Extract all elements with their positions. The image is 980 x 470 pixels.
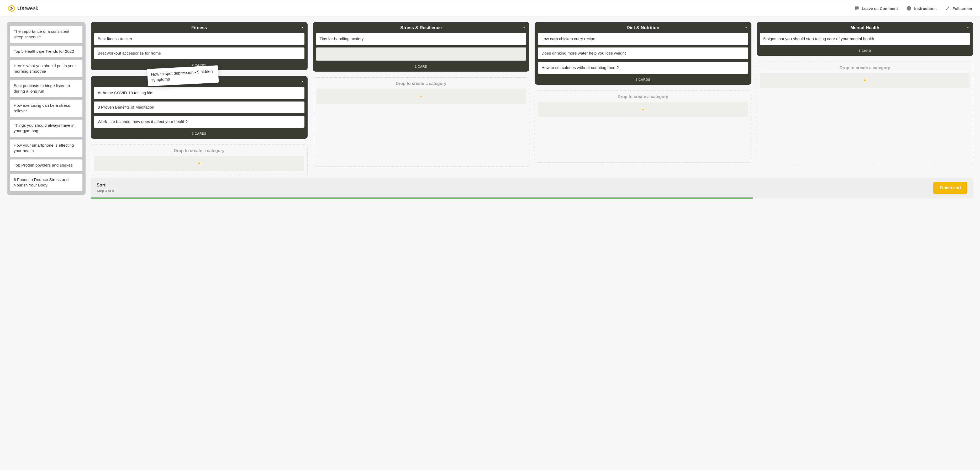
collapse-icon[interactable] [523, 26, 526, 29]
category-header[interactable]: Stress & Resilience [313, 22, 530, 33]
card[interactable]: Does drinking more water help you lose w… [538, 48, 748, 59]
comment-icon [854, 6, 859, 11]
collapse-icon[interactable] [301, 26, 304, 29]
unsorted-card[interactable]: 6 Foods to Reduce Stress and Nourish You… [10, 174, 83, 191]
category-header[interactable]: Fitness [91, 22, 308, 33]
column: Mental Health 5 signs that you should st… [757, 22, 974, 164]
card[interactable]: Tips for handling anxiety [316, 33, 527, 45]
category-count: 3 CARDS [91, 130, 308, 137]
card[interactable]: Low carb chicken curry recipe [538, 33, 748, 45]
leave-comment-label: Leave us Comment [862, 6, 898, 11]
unsorted-card[interactable]: How exercising can be a stress reliever [10, 100, 83, 117]
unsorted-card[interactable]: The importance of a consistent sleep sch… [10, 26, 83, 43]
category-stress-resilience[interactable]: Stress & Resilience Tips for handling an… [313, 22, 530, 71]
category-diet-nutrition[interactable]: Diet & Nutrition Low carb chicken curry … [535, 22, 751, 85]
category-cards: At-home COVID-19 testing kits 8 Proven B… [91, 87, 308, 130]
app-header: UXtweak Leave us Comment Instructions Fu… [0, 0, 980, 17]
svg-rect-2 [908, 8, 909, 10]
category-fitness[interactable]: Fitness Best fitness tracker Best workou… [91, 22, 308, 70]
category-count: 1 CARD [757, 48, 974, 54]
card-drop-placeholder[interactable] [316, 48, 527, 60]
category-header[interactable]: Mental Health [757, 22, 974, 33]
unsorted-card[interactable]: Best podcasts to binge listen to during … [10, 80, 83, 97]
card[interactable]: 8 Proven Benefits of Meditation [94, 102, 304, 113]
card[interactable]: At-home COVID-19 testing kits [94, 87, 304, 99]
arrow-down-icon [197, 161, 201, 165]
instructions-label: Instructions [914, 6, 937, 11]
progress-bar: Sort Step 3 of 4 Finish sort [91, 178, 973, 198]
unsorted-card[interactable]: Top Protein powders and shakes [10, 159, 83, 171]
arrow-down-icon [419, 94, 423, 98]
create-category-dropzone[interactable]: Drop to create a category [757, 62, 974, 164]
arrow-down-icon [863, 78, 867, 83]
fullscreen-button[interactable]: Fullscreen [945, 6, 972, 11]
unsorted-cards-panel: The importance of a consistent sleep sch… [7, 22, 86, 195]
dropzone-label: Drop to create a category [94, 148, 304, 153]
card[interactable]: How to cut calories without counting the… [538, 62, 748, 74]
collapse-icon[interactable] [966, 26, 969, 29]
column: Stress & Resilience Tips for handling an… [313, 22, 530, 167]
create-category-dropzone[interactable]: Drop to create a category [91, 144, 308, 176]
logo-text: UXtweak [18, 5, 38, 11]
dropzone-label: Drop to create a category [316, 81, 526, 86]
column: Fitness Best fitness tracker Best workou… [91, 22, 308, 176]
card[interactable]: 5 signs that you should start taking car… [760, 33, 970, 45]
app-logo: UXtweak [8, 5, 38, 12]
dropzone-target[interactable] [538, 102, 748, 117]
collapse-icon[interactable] [301, 80, 304, 83]
dropzone-target[interactable] [94, 156, 304, 171]
category-cards: Low carb chicken curry recipe Does drink… [535, 33, 751, 76]
step-indicator: Step 3 of 4 [97, 189, 114, 193]
fullscreen-icon [945, 6, 950, 11]
card[interactable]: Work-Life balance: how does it affect yo… [94, 116, 304, 128]
svg-marker-0 [9, 5, 14, 12]
leave-comment-button[interactable]: Leave us Comment [854, 6, 898, 11]
collapse-icon[interactable] [745, 26, 748, 29]
header-actions: Leave us Comment Instructions Fullscreen [854, 6, 972, 11]
unsorted-card[interactable]: Things you should always have in your gy… [10, 120, 83, 137]
create-category-dropzone[interactable]: Drop to create a category [535, 91, 751, 163]
unsorted-card[interactable]: Here's what you should put in your morni… [10, 60, 83, 77]
unsorted-card[interactable]: Top 5 Healthcare Trends for 2022 [10, 46, 83, 57]
fullscreen-label: Fullscreen [953, 6, 972, 11]
card[interactable]: Best fitness tracker [94, 33, 304, 45]
progress-fill [91, 197, 753, 198]
category-title: Stress & Resilience [400, 25, 442, 30]
category-cards: 5 signs that you should start taking car… [757, 33, 974, 48]
instructions-button[interactable]: Instructions [906, 6, 937, 11]
board-area: Fitness Best fitness tracker Best workou… [91, 22, 973, 198]
info-icon [906, 6, 912, 11]
category-cards: Best fitness tracker Best workout access… [91, 33, 308, 62]
category-mental-health[interactable]: Mental Health 5 signs that you should st… [757, 22, 974, 56]
category-cards: Tips for handling anxiety [313, 33, 530, 63]
dropzone-target[interactable] [316, 89, 526, 104]
column: Diet & Nutrition Low carb chicken curry … [535, 22, 751, 163]
category-columns: Fitness Best fitness tracker Best workou… [91, 22, 973, 176]
dropzone-label: Drop to create a category [538, 94, 748, 99]
category-header[interactable]: Diet & Nutrition [535, 22, 751, 33]
arrow-down-icon [641, 107, 645, 111]
logo-icon [8, 5, 15, 12]
category-title: Mental Health [850, 25, 880, 30]
finish-sort-button[interactable]: Finish sort [933, 182, 967, 194]
dropzone-target[interactable] [760, 73, 970, 88]
progress-info: Sort Step 3 of 4 [97, 183, 114, 193]
create-category-dropzone[interactable]: Drop to create a category [313, 77, 530, 167]
dragging-card[interactable]: How to spot depression - 5 hidden sympto… [147, 65, 219, 86]
task-title: Sort [97, 183, 114, 188]
dropzone-label: Drop to create a category [760, 65, 970, 70]
svg-rect-3 [908, 7, 909, 8]
category-count: 3 CARDS [535, 76, 751, 83]
unsorted-card[interactable]: How your smartphone is effecting your he… [10, 140, 83, 157]
category-count: 1 CARD [313, 63, 530, 70]
category-general-wellness[interactable]: General Wellness At-home COVID-19 testin… [91, 76, 308, 139]
category-title: Diet & Nutrition [627, 25, 659, 30]
card[interactable]: Best workout accessories for home [94, 48, 304, 59]
workspace: The importance of a consistent sleep sch… [0, 17, 980, 205]
category-title: Fitness [191, 25, 207, 30]
